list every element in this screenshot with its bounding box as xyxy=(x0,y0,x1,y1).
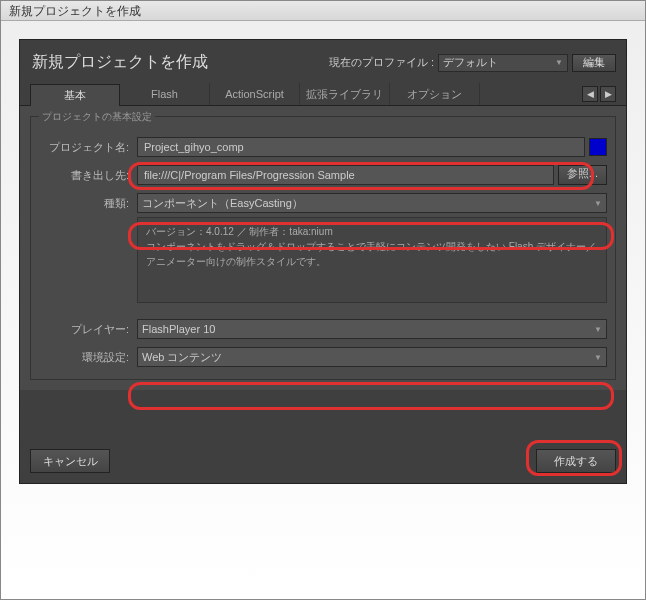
content: プロジェクトの基本設定 プロジェクト名: 書き出し先: 参照... 種類: xyxy=(20,106,626,390)
profile-label: 現在のプロファイル : xyxy=(329,55,434,70)
browse-button[interactable]: 参照... xyxy=(558,165,607,185)
type-description: バージョン：4.0.12 ／ 制作者：taka:nium コンポーネントをドラッ… xyxy=(137,217,607,303)
window-title: 新規プロジェクトを作成 xyxy=(9,4,141,18)
label-player: プレイヤー: xyxy=(39,322,137,337)
tab-basic[interactable]: 基本 xyxy=(30,84,120,106)
type-value: コンポーネント（EasyCasting） xyxy=(142,196,303,211)
row-type: 種類: コンポーネント（EasyCasting） ▼ xyxy=(39,193,607,213)
tab-next-button[interactable]: ▶ xyxy=(600,86,616,102)
label-output: 書き出し先: xyxy=(39,168,137,183)
output-input[interactable] xyxy=(137,165,554,185)
profile-area: 現在のプロファイル : デフォルト ▼ 編集 xyxy=(329,54,616,72)
type-dropdown[interactable]: コンポーネント（EasyCasting） ▼ xyxy=(137,193,607,213)
project-name-input[interactable] xyxy=(137,137,585,157)
label-project-name: プロジェクト名: xyxy=(39,140,137,155)
window: 新規プロジェクトを作成 新規プロジェクトを作成 現在のプロファイル : デフォル… xyxy=(0,0,646,600)
chevron-down-icon: ▼ xyxy=(594,353,602,362)
color-swatch[interactable] xyxy=(589,138,607,156)
chevron-down-icon: ▼ xyxy=(594,325,602,334)
footer: キャンセル 作成する xyxy=(30,449,616,473)
chevron-down-icon: ▼ xyxy=(555,58,563,67)
tab-extensions[interactable]: 拡張ライブラリ xyxy=(300,83,390,105)
edit-button[interactable]: 編集 xyxy=(572,54,616,72)
row-project-name: プロジェクト名: xyxy=(39,137,607,157)
panel: 新規プロジェクトを作成 現在のプロファイル : デフォルト ▼ 編集 基本 Fl… xyxy=(19,39,627,484)
env-value: Web コンテンツ xyxy=(142,350,222,365)
chevron-down-icon: ▼ xyxy=(594,199,602,208)
tab-actionscript[interactable]: ActionScript xyxy=(210,83,300,105)
profile-value: デフォルト xyxy=(443,55,498,70)
desc-line1: バージョン：4.0.12 ／ 制作者：taka:nium xyxy=(146,224,598,239)
tab-nav: ◀ ▶ xyxy=(582,86,616,102)
cancel-button[interactable]: キャンセル xyxy=(30,449,110,473)
page-title: 新規プロジェクトを作成 xyxy=(32,52,208,73)
label-type: 種類: xyxy=(39,196,137,211)
profile-dropdown[interactable]: デフォルト ▼ xyxy=(438,54,568,72)
tab-options[interactable]: オプション xyxy=(390,83,480,105)
window-body: 新規プロジェクトを作成 現在のプロファイル : デフォルト ▼ 編集 基本 Fl… xyxy=(1,21,645,502)
header: 新規プロジェクトを作成 現在のプロファイル : デフォルト ▼ 編集 xyxy=(20,40,626,83)
label-env: 環境設定: xyxy=(39,350,137,365)
create-button[interactable]: 作成する xyxy=(536,449,616,473)
row-player: プレイヤー: FlashPlayer 10 ▼ xyxy=(39,319,607,339)
row-env: 環境設定: Web コンテンツ ▼ xyxy=(39,347,607,367)
env-dropdown[interactable]: Web コンテンツ ▼ xyxy=(137,347,607,367)
fieldset-label: プロジェクトの基本設定 xyxy=(39,110,155,124)
titlebar: 新規プロジェクトを作成 xyxy=(1,1,645,21)
tab-prev-button[interactable]: ◀ xyxy=(582,86,598,102)
player-value: FlashPlayer 10 xyxy=(142,323,215,335)
player-dropdown[interactable]: FlashPlayer 10 ▼ xyxy=(137,319,607,339)
row-output: 書き出し先: 参照... xyxy=(39,165,607,185)
desc-line2: コンポーネントをドラッグ＆ドロップすることで手軽にコンテンツ開発をしたい Fla… xyxy=(146,239,598,269)
tabs: 基本 Flash ActionScript 拡張ライブラリ オプション ◀ ▶ xyxy=(20,83,626,106)
fieldset-basic: プロジェクトの基本設定 プロジェクト名: 書き出し先: 参照... 種類: xyxy=(30,116,616,380)
tab-flash[interactable]: Flash xyxy=(120,83,210,105)
